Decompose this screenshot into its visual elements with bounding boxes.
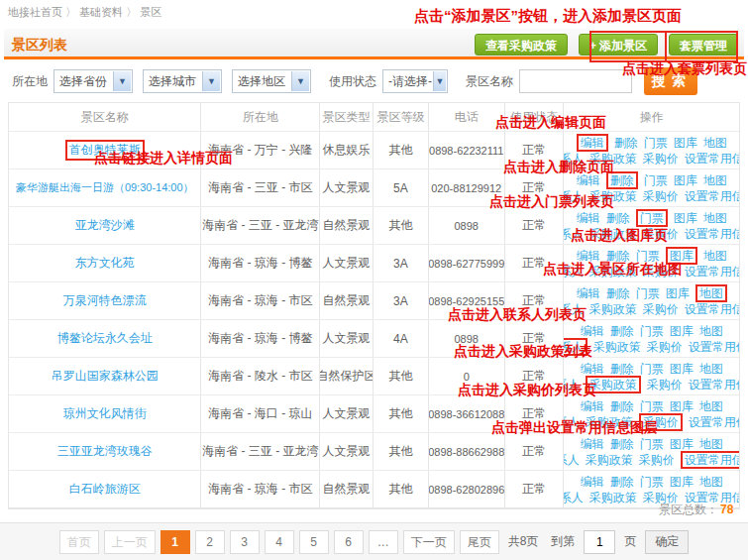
op-gallery-link[interactable]: 图库 bbox=[670, 399, 694, 413]
op-purchase-price-link[interactable]: 采购价 bbox=[639, 453, 675, 467]
total-pages-text: 共8页 bbox=[508, 533, 539, 550]
op-map-link[interactable]: 地图 bbox=[695, 284, 727, 302]
op-map-link[interactable]: 地图 bbox=[699, 324, 723, 338]
province-select[interactable]: 选择省份 ▼ bbox=[53, 69, 133, 93]
op-set-common-info-link[interactable]: 设置常用信息 bbox=[681, 451, 739, 469]
op-map-link[interactable]: 地图 bbox=[699, 399, 723, 413]
op-ticket-link[interactable]: 门票 bbox=[640, 362, 664, 376]
op-purchase-price-link[interactable]: 采购价 bbox=[647, 378, 683, 392]
scenic-name-link[interactable]: 白石岭旅游区 bbox=[69, 481, 141, 498]
op-purchase-policy-link[interactable]: 采购政策 bbox=[593, 340, 641, 354]
op-map-link[interactable]: 地图 bbox=[699, 437, 723, 451]
op-set-common-info-link[interactable]: 设置常用信息 bbox=[685, 265, 739, 279]
scenic-name-link[interactable]: 吊罗山国家森林公园 bbox=[52, 368, 159, 385]
scenic-name-link[interactable]: 豪华游艇出海一日游（09:30-14:00） bbox=[16, 180, 194, 195]
page-last-button[interactable]: 尾页 bbox=[460, 530, 499, 554]
scenic-name-input[interactable] bbox=[519, 69, 632, 93]
op-gallery-link[interactable]: 图库 bbox=[674, 173, 697, 187]
status-select-value: -请选择- bbox=[383, 73, 432, 90]
op-purchase-policy-link[interactable]: 采购政策 bbox=[589, 302, 637, 316]
op-ticket-link[interactable]: 门票 bbox=[636, 286, 660, 300]
op-gallery-link[interactable]: 图库 bbox=[666, 286, 690, 300]
col-header-location: 所在地 bbox=[201, 103, 320, 131]
op-delete-link[interactable]: 删除 bbox=[614, 136, 638, 150]
op-map-link[interactable]: 地图 bbox=[703, 249, 727, 263]
op-map-link[interactable]: 地图 bbox=[703, 136, 727, 150]
cell-location: 海南省 - 琼海 - 市区 bbox=[201, 282, 320, 319]
page-number-button[interactable]: 2 bbox=[195, 530, 225, 554]
op-set-common-info-link[interactable]: 设置常用信息 bbox=[689, 415, 739, 429]
op-delete-link[interactable]: 删除 bbox=[606, 211, 630, 225]
page-prev-button[interactable]: 上一页 bbox=[104, 530, 156, 554]
op-delete-link[interactable]: 删除 bbox=[610, 324, 634, 338]
op-ticket-link[interactable]: 门票 bbox=[636, 209, 668, 227]
scenic-name-link[interactable]: 博鳌论坛永久会址 bbox=[57, 330, 153, 347]
page-number-button[interactable]: 4 bbox=[265, 530, 294, 554]
op-edit-link[interactable]: 编辑 bbox=[581, 475, 604, 489]
scenic-name-link[interactable]: 万泉河特色漂流 bbox=[63, 292, 147, 309]
op-delete-link[interactable]: 删除 bbox=[610, 475, 634, 489]
page-number-button[interactable]: 5 bbox=[299, 530, 329, 554]
op-purchase-price-link[interactable]: 采购价 bbox=[643, 302, 679, 316]
cell-phone: 0898-88662988 bbox=[429, 433, 505, 470]
view-purchase-policy-button[interactable]: 查看采购政策 bbox=[475, 34, 568, 56]
pagination-bar: 首页 上一页 1 2 3 4 5 6 … 下一页 尾页 共8页 到第 页 确定 bbox=[0, 522, 748, 560]
status-select[interactable]: -请选择- ▼ bbox=[382, 69, 448, 93]
op-set-common-info-link[interactable]: 设置常用信息 bbox=[685, 152, 739, 166]
scenic-name-link[interactable]: 三亚亚龙湾玫瑰谷 bbox=[57, 443, 153, 460]
op-edit-link[interactable]: 编辑 bbox=[577, 286, 600, 300]
page-next-button[interactable]: 下一页 bbox=[403, 530, 455, 554]
op-map-link[interactable]: 地图 bbox=[703, 211, 727, 225]
op-delete-link[interactable]: 删除 bbox=[606, 286, 630, 300]
op-gallery-link[interactable]: 图库 bbox=[674, 211, 697, 225]
op-map-link[interactable]: 地图 bbox=[699, 362, 723, 376]
op-delete-link[interactable]: 删除 bbox=[610, 362, 634, 376]
op-set-common-info-link[interactable]: 设置常用信息 bbox=[685, 227, 739, 241]
op-set-common-info-link[interactable]: 设置常用信息 bbox=[685, 189, 739, 203]
op-gallery-link[interactable]: 图库 bbox=[670, 324, 694, 338]
table-row: 吊罗山国家森林公园海南省 - 陵水 - 市区自然保护区其他0正常编辑删除门票图库… bbox=[9, 358, 739, 395]
op-ticket-link[interactable]: 门票 bbox=[640, 399, 664, 413]
op-ticket-link[interactable]: 门票 bbox=[644, 173, 668, 187]
goto-confirm-button[interactable]: 确定 bbox=[645, 530, 689, 554]
op-ticket-link[interactable]: 门票 bbox=[640, 324, 664, 338]
op-delete-link[interactable]: 删除 bbox=[610, 437, 634, 451]
op-delete-link[interactable]: 删除 bbox=[610, 399, 634, 413]
scenic-name-link[interactable]: 亚龙湾沙滩 bbox=[75, 217, 135, 234]
op-set-common-info-link[interactable]: 设置常用信息 bbox=[689, 340, 739, 354]
op-ticket-link[interactable]: 门票 bbox=[640, 437, 664, 451]
op-edit-link[interactable]: 编辑 bbox=[581, 399, 604, 413]
op-purchase-price-link[interactable]: 采购价 bbox=[643, 152, 679, 166]
op-gallery-link[interactable]: 图库 bbox=[674, 136, 697, 150]
page-number-button[interactable]: 3 bbox=[230, 530, 260, 554]
cell-type: 自然景观 bbox=[320, 207, 374, 244]
op-purchase-policy-link[interactable]: 采购政策 bbox=[586, 453, 633, 467]
page-number-button[interactable]: 1 bbox=[160, 530, 190, 554]
op-gallery-link[interactable]: 图库 bbox=[670, 362, 694, 376]
op-map-link[interactable]: 地图 bbox=[699, 475, 723, 489]
district-select-value: 选择地区 bbox=[233, 73, 285, 90]
op-purchase-price-link[interactable]: 采购价 bbox=[643, 189, 679, 203]
op-purchase-price-link[interactable]: 采购价 bbox=[647, 340, 683, 354]
op-ticket-link[interactable]: 门票 bbox=[640, 475, 664, 489]
op-edit-link[interactable]: 编辑 bbox=[577, 134, 608, 152]
op-gallery-link[interactable]: 图库 bbox=[670, 475, 694, 489]
op-edit-link[interactable]: 编辑 bbox=[581, 437, 604, 451]
goto-page-input[interactable] bbox=[584, 530, 615, 554]
breadcrumb[interactable]: 地接社首页 〉 基础资料 〉 景区 bbox=[8, 5, 161, 20]
op-map-link[interactable]: 地图 bbox=[703, 173, 727, 187]
scenic-name-link[interactable]: 琼州文化风情街 bbox=[63, 405, 147, 422]
op-ticket-link[interactable]: 门票 bbox=[644, 136, 668, 150]
op-edit-link[interactable]: 编辑 bbox=[581, 324, 604, 338]
district-select[interactable]: 选择地区 ▼ bbox=[232, 69, 311, 93]
op-gallery-link[interactable]: 图库 bbox=[670, 437, 694, 451]
page-number-button[interactable]: 6 bbox=[334, 530, 364, 554]
op-edit-link[interactable]: 编辑 bbox=[577, 211, 600, 225]
page-first-button[interactable]: 首页 bbox=[59, 530, 99, 554]
op-contacts-link[interactable]: 联系人 bbox=[564, 453, 579, 467]
city-select[interactable]: 选择城市 ▼ bbox=[143, 69, 222, 93]
op-edit-link[interactable]: 编辑 bbox=[581, 362, 604, 376]
op-set-common-info-link[interactable]: 设置常用信息 bbox=[685, 302, 739, 316]
scenic-name-link[interactable]: 东方文化苑 bbox=[75, 255, 135, 272]
op-set-common-info-link[interactable]: 设置常用信息 bbox=[689, 378, 739, 392]
